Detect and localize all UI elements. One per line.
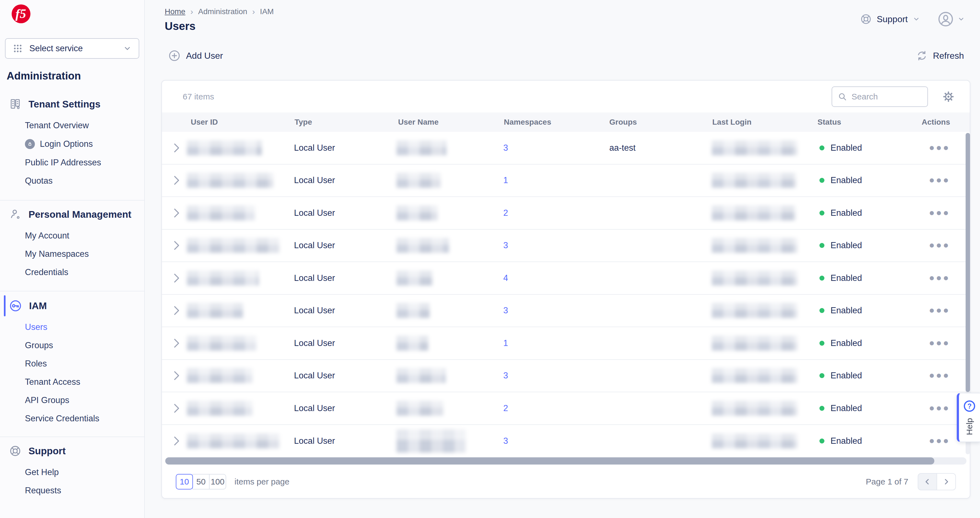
column-header-status[interactable]: Status — [816, 118, 908, 127]
table-row: Local User3Enabled●●● — [162, 425, 970, 457]
row-expand-icon[interactable] — [173, 371, 180, 381]
add-user-label: Add User — [186, 51, 223, 61]
user-id-redacted — [187, 271, 259, 285]
sidebar-divider — [0, 437, 144, 437]
sidebar-item-roles[interactable]: Roles — [0, 359, 144, 368]
sidebar-item-my-namespaces[interactable]: My Namespaces — [0, 249, 144, 259]
status-label: Enabled — [830, 273, 862, 283]
vertical-scrollbar-thumb[interactable] — [966, 133, 970, 392]
sidebar-item-public-ip-addresses[interactable]: Public IP Addresses — [0, 158, 144, 167]
column-header-type[interactable]: Type — [294, 118, 396, 127]
breadcrumb: Home › Administration › IAM — [165, 7, 965, 16]
sidebar-item-my-account[interactable]: My Account — [0, 231, 144, 241]
namespaces-count-link[interactable]: 3 — [496, 306, 508, 316]
status-dot — [819, 178, 824, 183]
row-actions-menu[interactable]: ●●● — [929, 370, 950, 380]
status-dot — [819, 210, 824, 215]
row-expand-icon[interactable] — [173, 306, 180, 316]
user-name-redacted — [396, 140, 447, 155]
table-settings-button[interactable] — [942, 91, 955, 103]
row-expand-icon[interactable] — [173, 338, 180, 348]
row-actions-menu[interactable]: ●●● — [929, 435, 950, 446]
account-menu[interactable] — [938, 11, 965, 27]
sidebar-group-personal-management[interactable]: Personal Management — [0, 208, 144, 221]
user-name-redacted — [396, 336, 428, 351]
row-expand-icon[interactable] — [173, 273, 180, 283]
sidebar-item-api-groups[interactable]: API Groups — [0, 395, 144, 405]
column-header-user-name[interactable]: User Name — [396, 118, 496, 127]
row-expand-icon[interactable] — [173, 208, 180, 218]
row-expand-icon[interactable] — [173, 241, 180, 250]
sidebar-item-service-credentials[interactable]: Service Credentials — [0, 414, 144, 423]
row-actions-menu[interactable]: ●●● — [929, 142, 950, 153]
user-type: Local User — [294, 208, 396, 218]
row-actions-menu[interactable]: ●●● — [929, 207, 950, 218]
select-service-dropdown[interactable]: Select service — [5, 38, 139, 59]
column-header-namespaces[interactable]: Namespaces — [496, 118, 608, 127]
help-tab[interactable]: ? Help — [957, 393, 980, 442]
sidebar-item-groups[interactable]: Groups — [0, 341, 144, 350]
next-page-button[interactable] — [937, 473, 956, 490]
horizontal-scrollbar-thumb[interactable] — [165, 457, 934, 465]
sidebar-item-login-options[interactable]: Login Options — [0, 139, 144, 149]
user-name-redacted — [396, 173, 441, 188]
user-id-redacted — [187, 336, 256, 351]
user-type: Local User — [294, 175, 396, 185]
namespaces-count-link[interactable]: 1 — [496, 175, 508, 185]
user-id-redacted — [187, 238, 279, 253]
row-actions-menu[interactable]: ●●● — [929, 305, 950, 315]
namespaces-count-link[interactable]: 3 — [496, 371, 508, 381]
page-size-50[interactable]: 50 — [192, 474, 210, 489]
chevron-left-icon — [923, 478, 932, 486]
row-expand-icon[interactable] — [173, 436, 180, 446]
chevron-right-icon — [942, 478, 950, 486]
search-input[interactable] — [851, 92, 918, 101]
last-login-redacted — [712, 336, 797, 351]
column-header-last-login[interactable]: Last Login — [712, 118, 816, 127]
breadcrumb-home-link[interactable]: Home — [165, 7, 186, 16]
namespaces-count-link[interactable]: 3 — [496, 241, 508, 250]
add-user-button[interactable]: Add User — [168, 49, 223, 62]
sidebar-group-iam[interactable]: IAM — [0, 299, 144, 312]
table-row: Local User4Enabled●●● — [162, 262, 970, 295]
sidebar-item-get-help[interactable]: Get Help — [0, 468, 144, 477]
refresh-button[interactable]: Refresh — [916, 50, 964, 61]
column-header-user-id[interactable]: User ID — [187, 118, 294, 127]
row-actions-menu[interactable]: ●●● — [929, 240, 950, 250]
row-expand-icon[interactable] — [173, 175, 180, 185]
row-expand-icon[interactable] — [173, 403, 180, 413]
sidebar-item-quotas[interactable]: Quotas — [0, 176, 144, 186]
namespaces-count-link[interactable]: 3 — [496, 143, 508, 153]
support-menu[interactable]: Support — [860, 13, 920, 25]
sidebar-group-support[interactable]: Support — [0, 444, 144, 457]
namespaces-count-link[interactable]: 2 — [496, 403, 508, 413]
sidebar-item-users[interactable]: Users — [0, 322, 144, 332]
namespaces-count-link[interactable]: 3 — [496, 436, 508, 446]
user-name-redacted — [396, 401, 443, 416]
previous-page-button[interactable] — [918, 473, 937, 490]
table-horizontal-scrollbar[interactable] — [165, 457, 966, 465]
user-type: Local User — [294, 338, 396, 348]
row-actions-menu[interactable]: ●●● — [929, 175, 950, 185]
row-expand-icon[interactable] — [173, 143, 180, 153]
search-box[interactable] — [832, 86, 928, 107]
status-label: Enabled — [830, 175, 862, 185]
items-count: 67 items — [183, 92, 214, 101]
row-actions-menu[interactable]: ●●● — [929, 337, 950, 348]
namespaces-count-link[interactable]: 1 — [496, 338, 508, 348]
sidebar-item-credentials[interactable]: Credentials — [0, 268, 144, 277]
page-size-100[interactable]: 100 — [209, 474, 226, 489]
row-actions-menu[interactable]: ●●● — [929, 272, 950, 283]
namespaces-count-link[interactable]: 4 — [496, 273, 508, 283]
sidebar-item-tenant-access[interactable]: Tenant Access — [0, 377, 144, 387]
status-label: Enabled — [830, 143, 862, 153]
namespaces-count-link[interactable]: 2 — [496, 208, 508, 218]
sidebar-item-tenant-overview[interactable]: Tenant Overview — [0, 121, 144, 130]
column-header-groups[interactable]: Groups — [608, 118, 712, 127]
sidebar-item-requests[interactable]: Requests — [0, 486, 144, 495]
row-actions-menu[interactable]: ●●● — [929, 403, 950, 413]
help-tab-label: Help — [965, 418, 974, 435]
sidebar-group-tenant-settings[interactable]: Tenant Settings — [0, 97, 144, 111]
sidebar-title: Administration — [6, 70, 144, 82]
page-size-10[interactable]: 10 — [176, 474, 193, 489]
